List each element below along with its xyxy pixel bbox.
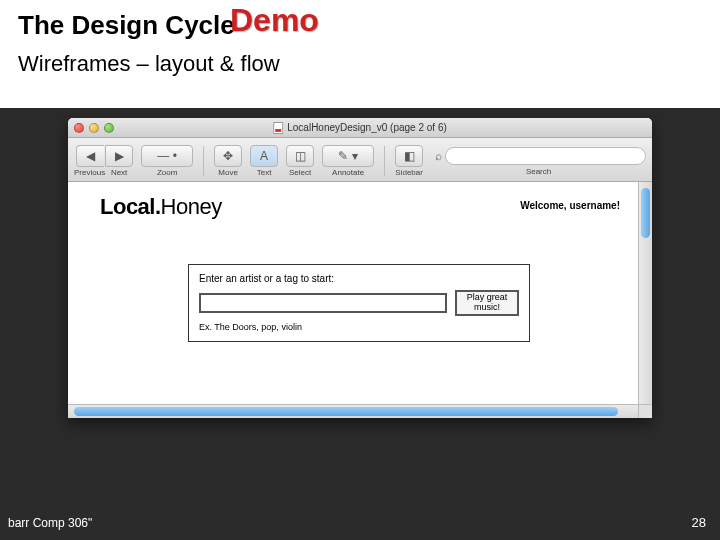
resize-corner[interactable] (638, 404, 652, 418)
sidebar-icon: ◧ (395, 145, 423, 167)
window-titlebar[interactable]: LocalHoneyDesign_v0 (page 2 of 6) (68, 118, 652, 138)
zoom-slider-icon: — • (141, 145, 193, 167)
annotate-button[interactable]: ✎ ▾ Annotate (322, 145, 374, 177)
toolbar: ◀ Previous ▶ Next — • Zoom ✥ Move A Text (68, 138, 652, 182)
move-label: Move (218, 168, 238, 177)
document-viewport: Local.Honey Welcome, username! Enter an … (68, 182, 652, 418)
zoom-label: Zoom (157, 168, 177, 177)
preview-window: LocalHoneyDesign_v0 (page 2 of 6) ◀ Prev… (68, 118, 652, 418)
text-label: Text (257, 168, 272, 177)
text-icon: A (250, 145, 278, 167)
window-title-text: LocalHoneyDesign_v0 (page 2 of 6) (287, 122, 447, 133)
next-button[interactable]: ▶ Next (105, 145, 133, 177)
previous-label: Previous (74, 168, 105, 177)
minimize-icon[interactable] (89, 123, 99, 133)
sidebar-label: Sidebar (395, 168, 423, 177)
next-label: Next (111, 168, 127, 177)
nav-group: ◀ Previous ▶ Next (74, 145, 133, 177)
annotate-label: Annotate (332, 168, 364, 177)
slide-subtitle: Wireframes – layout & flow (18, 51, 702, 77)
welcome-text: Welcome, username! (520, 200, 620, 211)
slide-title: The Design Cycle (18, 10, 702, 41)
slide: The Design Cycle Wireframes – layout & f… (0, 0, 720, 540)
app-logo: Local.Honey (100, 194, 222, 220)
select-button[interactable]: ◫ Select (286, 145, 314, 177)
wireframe-page: Local.Honey Welcome, username! Enter an … (72, 186, 634, 400)
pdf-icon (273, 122, 283, 134)
close-icon[interactable] (74, 123, 84, 133)
search-group: ⌕ Search (431, 145, 646, 176)
search-label: Search (526, 167, 551, 176)
demo-overlay: Demo (230, 2, 319, 39)
form-hint: Ex. The Doors, pop, violin (199, 322, 519, 332)
move-button[interactable]: ✥ Move (214, 145, 242, 177)
form-prompt: Enter an artist or a tag to start: (199, 273, 519, 284)
window-title: LocalHoneyDesign_v0 (page 2 of 6) (273, 122, 447, 134)
header-area: The Design Cycle Wireframes – layout & f… (0, 0, 720, 108)
play-button[interactable]: Play great music! (455, 290, 519, 316)
toolbar-separator-2 (384, 146, 385, 176)
search-icon: ⌕ (431, 145, 445, 167)
arrow-left-icon: ◀ (76, 145, 104, 167)
search-input[interactable] (445, 147, 646, 165)
form-row: Play great music! (199, 290, 519, 316)
traffic-lights (74, 123, 114, 133)
move-icon: ✥ (214, 145, 242, 167)
annotate-icon: ✎ ▾ (322, 145, 374, 167)
previous-button[interactable]: ◀ Previous (74, 145, 105, 177)
footer-left: barr Comp 306" (8, 516, 92, 530)
arrow-right-icon: ▶ (105, 145, 133, 167)
select-icon: ◫ (286, 145, 314, 167)
zoom-icon[interactable] (104, 123, 114, 133)
sidebar-button[interactable]: ◧ Sidebar (395, 145, 423, 177)
text-button[interactable]: A Text (250, 145, 278, 177)
toolbar-separator (203, 146, 204, 176)
artist-input[interactable] (199, 293, 447, 313)
search-form: Enter an artist or a tag to start: Play … (188, 264, 530, 342)
logo-part-a: Local. (100, 194, 161, 219)
page-number: 28 (692, 515, 706, 530)
vertical-scrollbar[interactable] (638, 182, 652, 404)
logo-part-b: Honey (161, 194, 222, 219)
zoom-button[interactable]: — • Zoom (141, 145, 193, 177)
horizontal-scrollbar[interactable] (68, 404, 638, 418)
select-label: Select (289, 168, 311, 177)
